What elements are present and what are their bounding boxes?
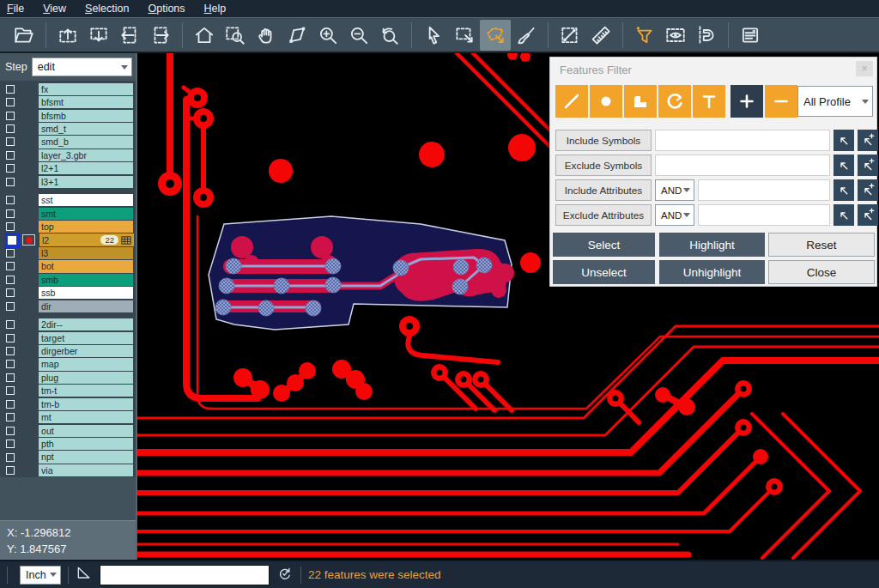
units-select[interactable]: Inch — [20, 566, 61, 585]
reset-button[interactable]: Reset — [768, 233, 875, 257]
layer-name[interactable]: smb — [39, 274, 133, 286]
layer-visibility-checkbox[interactable] — [6, 360, 15, 368]
unselect-button[interactable]: Unselect — [553, 260, 655, 284]
menu-selection[interactable]: Selection — [85, 3, 129, 15]
layer-name[interactable]: top — [39, 221, 133, 233]
layer-name[interactable]: pth — [39, 438, 133, 450]
layer-visibility-checkbox[interactable] — [6, 222, 15, 231]
layer-name[interactable]: bfsmt — [39, 96, 133, 108]
zoom-area-button[interactable] — [220, 20, 251, 51]
include-attributes-operator-select[interactable]: AND — [655, 179, 694, 201]
filter-type-pad-button[interactable] — [590, 85, 622, 118]
layer-visibility-checkbox[interactable] — [6, 320, 15, 329]
layer-name[interactable]: dir — [39, 300, 133, 312]
layer-name[interactable]: l3+1 — [39, 176, 133, 188]
layer-name[interactable]: smd_b — [39, 136, 133, 148]
exclude-symbols-button[interactable]: Exclude Symbols — [555, 155, 652, 176]
layer-visibility-checkbox[interactable] — [6, 439, 15, 448]
layer-visibility-checkbox[interactable] — [6, 85, 15, 94]
layer-visibility-checkbox[interactable] — [6, 400, 15, 409]
exclude-attributes-operator-select[interactable]: AND — [655, 204, 694, 226]
layer-visibility-checkbox[interactable] — [6, 164, 15, 173]
layer-visibility-checkbox[interactable] — [6, 466, 15, 475]
refresh-button[interactable] — [276, 565, 294, 585]
pick-attribute-button[interactable] — [834, 179, 854, 201]
layer-name[interactable]: mt — [39, 411, 133, 423]
layer-name[interactable]: dirgerber — [39, 345, 133, 357]
layer-name[interactable]: l3 — [39, 247, 133, 259]
view-area-button[interactable] — [660, 20, 691, 51]
layer-visibility-checkbox[interactable] — [6, 288, 15, 297]
layer-visibility-checkbox[interactable] — [6, 196, 15, 204]
features-filter-dialog[interactable]: Features Filter × All Profile Include Sy… — [549, 57, 877, 287]
move-right-button[interactable] — [145, 20, 176, 51]
layer-visibility-checkbox[interactable] — [6, 209, 15, 218]
filter-type-text-button[interactable] — [693, 85, 725, 118]
filter-type-arc-button[interactable] — [658, 85, 691, 118]
layer-name[interactable]: bfsmb — [39, 110, 133, 122]
move-down-button[interactable] — [83, 20, 114, 51]
layer-active-indicator[interactable] — [22, 234, 35, 246]
exclude-attributes-input[interactable] — [698, 204, 830, 226]
move-up-button[interactable] — [52, 20, 83, 51]
snap-button[interactable] — [691, 20, 722, 51]
measure-ruler-button[interactable] — [585, 20, 616, 51]
layer-name[interactable]: l2+1 — [39, 162, 133, 174]
layer-name[interactable]: target — [39, 332, 133, 344]
layer-visibility-checkbox[interactable] — [6, 347, 15, 355]
layer-table-icon[interactable] — [121, 236, 131, 245]
layer-name[interactable]: sst — [39, 194, 133, 206]
features-filter-button[interactable] — [629, 20, 660, 51]
include-symbols-input[interactable] — [655, 130, 830, 151]
step-select[interactable]: edit — [32, 58, 132, 76]
layer-visibility-checkbox[interactable] — [6, 373, 15, 382]
layer-name[interactable]: bot — [39, 260, 133, 272]
pick-symbol-button[interactable] — [834, 130, 854, 151]
layer-visibility-checkbox[interactable] — [8, 236, 16, 245]
menu-options[interactable]: Options — [148, 3, 185, 15]
filter-positive-button[interactable] — [730, 85, 763, 118]
profile-select[interactable]: All Profile — [797, 86, 873, 117]
layer-visibility-checkbox[interactable] — [6, 112, 15, 120]
layer-name[interactable]: 2dir-- — [39, 318, 133, 330]
layer-visibility-checkbox[interactable] — [6, 98, 15, 106]
menu-file[interactable]: File — [7, 3, 24, 15]
layer-name[interactable]: map — [39, 358, 133, 370]
unhighlight-button[interactable]: Unhighlight — [659, 260, 765, 284]
layer-visibility-checkbox[interactable] — [6, 427, 15, 435]
layer-visibility-checkbox[interactable] — [6, 124, 15, 133]
pick-add-symbol-button[interactable] — [858, 155, 878, 176]
layer-name[interactable]: smt — [39, 208, 133, 220]
zoom-out-button[interactable] — [343, 20, 374, 51]
include-attributes-input[interactable] — [698, 179, 830, 201]
open-file-button[interactable] — [9, 20, 39, 51]
select-rectangle-button[interactable] — [449, 20, 480, 51]
layers-table-button[interactable] — [735, 20, 766, 51]
layer-name[interactable]: out — [39, 425, 133, 437]
layer-visibility-checkbox[interactable] — [6, 178, 15, 186]
move-left-button[interactable] — [114, 20, 145, 51]
zoom-in-button[interactable] — [312, 20, 343, 51]
home-view-button[interactable] — [189, 20, 220, 51]
close-button[interactable]: Close — [768, 260, 875, 284]
layer-name[interactable]: tm-b — [39, 398, 133, 410]
layer-visibility-checkbox[interactable] — [6, 137, 15, 146]
layer-visibility-checkbox[interactable] — [6, 453, 15, 462]
clear-brush-button[interactable] — [511, 20, 542, 51]
pick-add-attribute-button[interactable] — [858, 204, 878, 226]
menu-help[interactable]: Help — [204, 3, 227, 15]
layer-name[interactable]: ssb — [39, 287, 133, 299]
exclude-attributes-button[interactable]: Exclude Attributes — [555, 204, 652, 226]
select-cursor-button[interactable] — [418, 20, 449, 51]
layer-name[interactable]: l222 — [39, 233, 134, 246]
pick-add-symbol-button[interactable] — [858, 130, 878, 151]
exclude-symbols-input[interactable] — [655, 155, 830, 176]
layer-visibility-checkbox[interactable] — [6, 151, 15, 160]
zoom-polygon-button[interactable] — [282, 20, 312, 51]
include-symbols-button[interactable]: Include Symbols — [555, 130, 652, 151]
layer-name[interactable]: fx — [39, 83, 133, 95]
command-input[interactable] — [100, 565, 270, 585]
layer-name[interactable]: plug — [39, 372, 133, 384]
menu-view[interactable]: View — [43, 3, 66, 15]
layer-visibility-checkbox[interactable] — [6, 276, 15, 284]
